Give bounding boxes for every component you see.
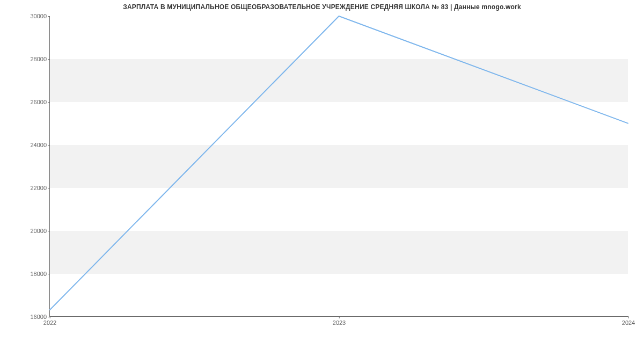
series-layer [50, 16, 628, 316]
y-tick-label: 28000 [30, 56, 47, 62]
y-tick-label: 24000 [30, 142, 47, 148]
plot-area[interactable]: 1600018000200002200024000260002800030000… [49, 16, 628, 317]
x-tick-label: 2023 [333, 319, 346, 326]
x-tick-label: 2022 [43, 319, 56, 326]
salary-line-chart: ЗАРПЛАТА В МУНИЦИПАЛЬНОЕ ОБЩЕОБРАЗОВАТЕЛ… [0, 0, 644, 349]
y-tick-label: 30000 [30, 13, 47, 19]
y-tick-label: 22000 [30, 185, 47, 191]
x-tick-label: 2024 [622, 319, 635, 326]
y-tick-label: 26000 [30, 99, 47, 105]
y-tick-label: 20000 [30, 228, 47, 234]
chart-title: ЗАРПЛАТА В МУНИЦИПАЛЬНОЕ ОБЩЕОБРАЗОВАТЕЛ… [0, 3, 644, 11]
y-tick-label: 18000 [30, 271, 47, 277]
salary-series-line[interactable] [50, 16, 628, 310]
